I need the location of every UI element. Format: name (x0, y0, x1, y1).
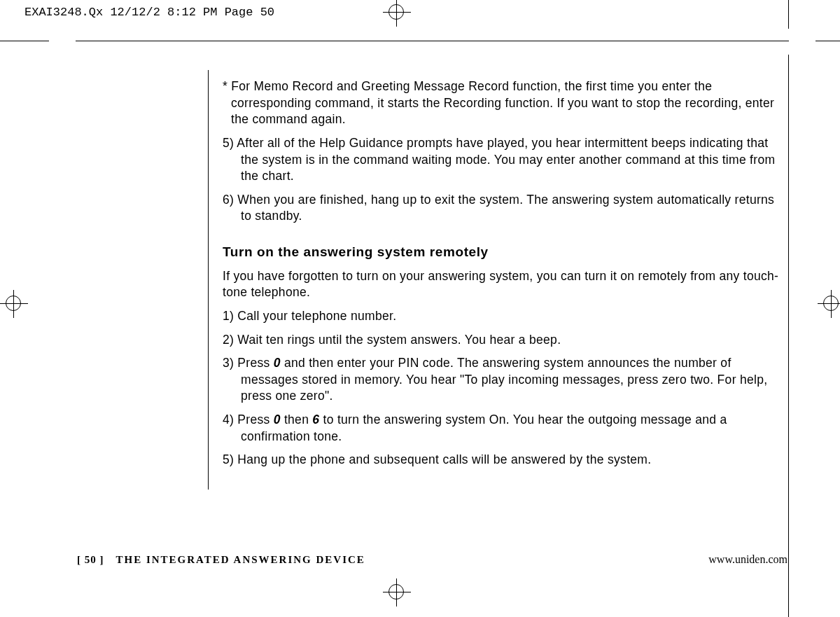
print-job-info: EXAI3248.Qx 12/12/2 8:12 PM Page 50 (24, 6, 274, 19)
key-0: 0 (274, 356, 281, 370)
page-body: * For Memo Record and Greeting Message R… (208, 70, 785, 490)
section-heading: Turn on the answering system remotely (223, 243, 785, 261)
trim-line (76, 41, 789, 41)
trim-line (788, 55, 789, 617)
section-intro: If you have forgotten to turn on your an… (223, 268, 785, 301)
registration-mark-icon (0, 290, 28, 318)
key-0: 0 (274, 413, 281, 427)
trim-line (0, 41, 49, 41)
step-5: 5) After all of the Help Guidance prompt… (223, 135, 785, 185)
footer-url: www.uniden.com (708, 553, 788, 566)
text: and then enter your PIN code. The answer… (241, 356, 767, 403)
remote-step-3: 3) Press 0 and then enter your PIN code.… (223, 355, 785, 405)
memo-note: * For Memo Record and Greeting Message R… (223, 78, 785, 128)
registration-mark-icon (383, 578, 411, 606)
remote-step-5: 5) Hang up the phone and subsequent call… (223, 452, 785, 469)
remote-step-4: 4) Press 0 then 6 to turn the answering … (223, 412, 785, 445)
trim-line (816, 41, 840, 41)
text: 3) Press (223, 356, 274, 370)
trim-line (788, 0, 789, 29)
registration-mark-icon (818, 290, 840, 318)
remote-step-1: 1) Call your telephone number. (223, 308, 785, 325)
remote-step-2: 2) Wait ten rings until the system answe… (223, 332, 785, 349)
registration-mark-icon (383, 0, 411, 27)
section-title: THE INTEGRATED ANSWERING DEVICE (115, 554, 365, 565)
step-6: 6) When you are finished, hang up to exi… (223, 192, 785, 225)
page-number: [ 50 ] (77, 554, 104, 565)
key-6: 6 (312, 413, 319, 427)
text: 4) Press (223, 413, 274, 427)
page-footer: [ 50 ] THE INTEGRATED ANSWERING DEVICE w… (77, 553, 788, 566)
text: then (281, 413, 313, 427)
